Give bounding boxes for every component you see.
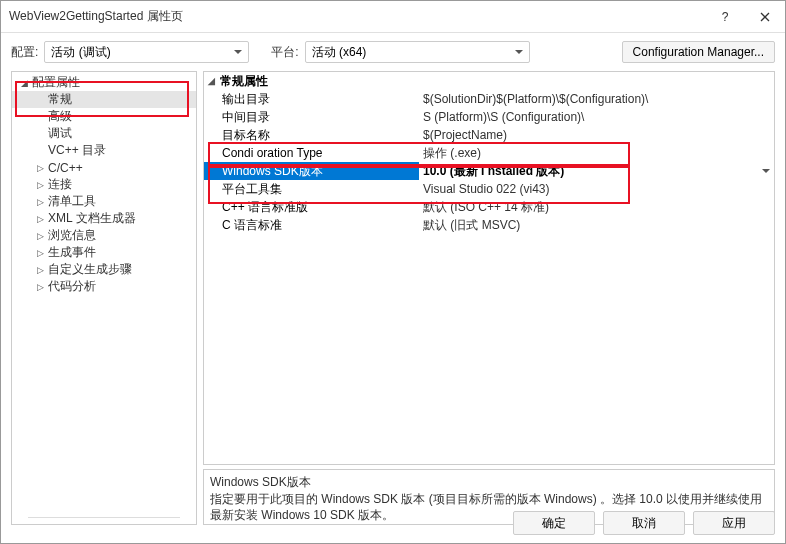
- expand-icon: [34, 145, 46, 157]
- expand-icon: ▷: [34, 196, 46, 208]
- property-value[interactable]: 默认 (ISO C++ 14 标准): [419, 198, 774, 216]
- tree-label: 清单工具: [48, 193, 96, 210]
- property-row[interactable]: 输出目录$(SolutionDir)$(Platform)\$(Configur…: [204, 90, 774, 108]
- property-value[interactable]: $(ProjectName): [419, 126, 774, 144]
- property-name: 目标名称: [204, 126, 419, 144]
- close-button[interactable]: [745, 1, 785, 33]
- property-name: Windows SDK版本: [204, 162, 419, 180]
- property-row[interactable]: Windows SDK版本10.0 (最新 I nstalled 版本): [204, 162, 774, 180]
- platform-label: 平台:: [271, 44, 298, 61]
- tree-item[interactable]: 高级: [12, 108, 196, 125]
- property-value[interactable]: 默认 (旧式 MSVC): [419, 216, 774, 234]
- platform-value: 活动 (x64): [312, 44, 367, 61]
- property-name: 中间目录: [204, 108, 419, 126]
- tree-label: 代码分析: [48, 278, 96, 295]
- tree-label: 配置属性: [32, 74, 80, 91]
- property-value[interactable]: S (Platform)\S (Configuration)\: [419, 108, 774, 126]
- property-name: Condi oration Type: [204, 144, 419, 162]
- group-title: 常规属性: [220, 73, 268, 90]
- property-name: 平台工具集: [204, 180, 419, 198]
- config-value: 活动 (调试): [51, 44, 110, 61]
- property-row[interactable]: C 语言标准默认 (旧式 MSVC): [204, 216, 774, 234]
- expand-icon: ◢: [18, 77, 30, 89]
- ok-button[interactable]: 确定: [513, 511, 595, 535]
- expand-icon: ▷: [34, 247, 46, 259]
- tree-label: 连接: [48, 176, 72, 193]
- tree-item[interactable]: ▷连接: [12, 176, 196, 193]
- property-row[interactable]: C++ 语言标准版默认 (ISO C++ 14 标准): [204, 198, 774, 216]
- tree-item[interactable]: ▷浏览信息: [12, 227, 196, 244]
- cancel-button[interactable]: 取消: [603, 511, 685, 535]
- tree-label: 生成事件: [48, 244, 96, 261]
- tree-root[interactable]: ◢配置属性: [12, 74, 196, 91]
- tree-item[interactable]: ▷生成事件: [12, 244, 196, 261]
- tree-item[interactable]: ▷C/C++: [12, 159, 196, 176]
- close-icon: [760, 12, 770, 22]
- expand-icon: ▷: [34, 162, 46, 174]
- tree-label: 高级: [48, 108, 72, 125]
- property-name: C++ 语言标准版: [204, 198, 419, 216]
- tree-label: 调试: [48, 125, 72, 142]
- tree-item[interactable]: 调试: [12, 125, 196, 142]
- property-value[interactable]: Visual Studio 022 (vi43): [419, 180, 774, 198]
- tree-label: 自定义生成步骤: [48, 261, 132, 278]
- expand-icon: [34, 94, 46, 106]
- help-button[interactable]: ?: [705, 1, 745, 33]
- config-label: 配置:: [11, 44, 38, 61]
- group-header[interactable]: ◢ 常规属性: [204, 72, 774, 90]
- tree-item[interactable]: ▷清单工具: [12, 193, 196, 210]
- expand-icon: ▷: [34, 213, 46, 225]
- property-name: C 语言标准: [204, 216, 419, 234]
- property-value[interactable]: 操作 (.exe): [419, 144, 774, 162]
- tree-item[interactable]: 常规: [12, 91, 196, 108]
- property-row[interactable]: 目标名称$(ProjectName): [204, 126, 774, 144]
- property-row[interactable]: 平台工具集Visual Studio 022 (vi43): [204, 180, 774, 198]
- tree-label: VC++ 目录: [48, 142, 106, 159]
- expand-icon: [34, 111, 46, 123]
- expand-icon: ▷: [34, 179, 46, 191]
- tree-item[interactable]: ▷XML 文档生成器: [12, 210, 196, 227]
- property-row[interactable]: 中间目录S (Platform)\S (Configuration)\: [204, 108, 774, 126]
- tree-item[interactable]: ▷自定义生成步骤: [12, 261, 196, 278]
- property-name: 输出目录: [204, 90, 419, 108]
- expand-icon: ▷: [34, 264, 46, 276]
- window-title: WebView2GettingStarted 属性页: [9, 8, 705, 25]
- platform-combo[interactable]: 活动 (x64): [305, 41, 530, 63]
- expand-icon: [34, 128, 46, 140]
- property-value[interactable]: $(SolutionDir)$(Platform)\$(Configuratio…: [419, 90, 774, 108]
- description-title: Windows SDK版本: [210, 474, 768, 491]
- tree-item[interactable]: VC++ 目录: [12, 142, 196, 159]
- property-value[interactable]: 10.0 (最新 I nstalled 版本): [419, 162, 774, 180]
- collapse-icon: ◢: [208, 76, 220, 86]
- config-combo[interactable]: 活动 (调试): [44, 41, 249, 63]
- config-manager-button[interactable]: Configuration Manager...: [622, 41, 775, 63]
- apply-button[interactable]: 应用: [693, 511, 775, 535]
- property-grid[interactable]: ◢ 常规属性 输出目录$(SolutionDir)$(Platform)\$(C…: [203, 71, 775, 465]
- expand-icon: ▷: [34, 281, 46, 293]
- chevron-down-icon[interactable]: [762, 169, 770, 173]
- category-tree[interactable]: ◢配置属性常规高级调试VC++ 目录▷C/C++▷连接▷清单工具▷XML 文档生…: [11, 71, 197, 525]
- expand-icon: ▷: [34, 230, 46, 242]
- tree-label: 浏览信息: [48, 227, 96, 244]
- tree-label: XML 文档生成器: [48, 210, 136, 227]
- tree-label: C/C++: [48, 161, 83, 175]
- tree-label: 常规: [48, 91, 72, 108]
- tree-item[interactable]: ▷代码分析: [12, 278, 196, 295]
- property-row[interactable]: Condi oration Type操作 (.exe): [204, 144, 774, 162]
